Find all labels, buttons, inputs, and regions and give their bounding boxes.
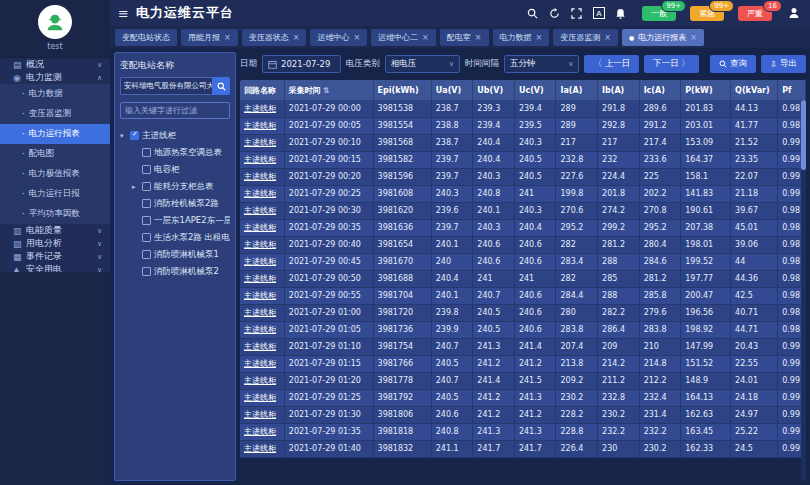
sidebar-subitem-1[interactable]: ·电力数据 <box>0 84 110 104</box>
tree-root-item[interactable]: ▾主进线柜 <box>120 127 230 144</box>
circuit-link[interactable]: 主进线柜 <box>240 372 284 389</box>
sidebar-item-1[interactable]: ▤概况∨ <box>0 58 110 71</box>
column-header-12[interactable]: Pf <box>778 80 806 100</box>
tree-item-checkbox[interactable] <box>142 233 151 242</box>
close-icon[interactable]: × <box>422 33 429 42</box>
tab-9[interactable]: ●电力运行报表× <box>622 29 704 46</box>
sidebar-item-4[interactable]: ▧用电分析∨ <box>0 237 110 250</box>
tree-item-checkbox[interactable] <box>142 267 151 276</box>
interval-select[interactable]: 五分钟 ∨ <box>504 55 579 73</box>
circuit-link[interactable]: 主进线柜 <box>240 151 284 168</box>
circuit-link[interactable]: 主进线柜 <box>240 117 284 134</box>
menu-toggle-icon[interactable]: ≡ <box>118 6 129 21</box>
close-icon[interactable]: × <box>353 33 360 42</box>
circuit-link[interactable]: 主进线柜 <box>240 236 284 253</box>
caret-down-icon[interactable]: ▾ <box>120 132 127 140</box>
query-button[interactable]: 查询 <box>710 55 756 73</box>
circuit-link[interactable]: 主进线柜 <box>240 423 284 440</box>
tab-2[interactable]: 用能月报× <box>181 29 238 46</box>
tab-8[interactable]: 变压器监测× <box>553 29 618 46</box>
refresh-icon[interactable] <box>548 7 561 20</box>
table-scrollbar[interactable] <box>801 100 806 481</box>
circuit-link[interactable]: 主进线柜 <box>240 168 284 185</box>
tree-item-4[interactable]: 消防栓机械泵2路 <box>120 195 230 212</box>
close-icon[interactable]: × <box>224 33 231 42</box>
user-avatar[interactable] <box>38 5 72 39</box>
font-size-icon[interactable]: A <box>592 7 605 20</box>
close-icon[interactable]: × <box>604 33 611 42</box>
close-icon[interactable]: × <box>475 33 482 42</box>
circuit-link[interactable]: 主进线柜 <box>240 389 284 406</box>
tree-item-7[interactable]: 消防喷淋机械泵1 <box>120 246 230 263</box>
circuit-link[interactable]: 主进线柜 <box>240 406 284 423</box>
tab-3[interactable]: 变压器状态× <box>242 29 307 46</box>
tree-item-checkbox[interactable] <box>142 148 151 157</box>
tree-item-checkbox[interactable] <box>142 182 151 191</box>
column-header-1[interactable]: 回路名称 <box>240 80 284 100</box>
alarm-badge-1[interactable]: 一般99+ <box>642 6 676 21</box>
tree-item-2[interactable]: 电容柜 <box>120 161 230 178</box>
close-icon[interactable]: × <box>536 33 543 42</box>
column-header-3[interactable]: Epi(kWh) <box>373 80 431 100</box>
tab-6[interactable]: 配电室× <box>440 29 489 46</box>
tree-filter-input[interactable] <box>120 102 230 119</box>
circuit-link[interactable]: 主进线柜 <box>240 304 284 321</box>
sidebar-subitem-3[interactable]: ·电力运行报表 <box>0 124 110 144</box>
circuit-link[interactable]: 主进线柜 <box>240 287 284 304</box>
circuit-link[interactable]: 主进线柜 <box>240 185 284 202</box>
search-icon[interactable] <box>526 7 539 20</box>
sidebar-item-6[interactable]: ▲安全用电∨ <box>0 263 110 272</box>
caret-right-icon[interactable]: ▸ <box>132 183 139 191</box>
circuit-link[interactable]: 主进线柜 <box>240 270 284 287</box>
column-header-10[interactable]: P(kW) <box>681 80 731 100</box>
tree-item-8[interactable]: 消防喷淋机械泵2 <box>120 263 230 280</box>
column-header-8[interactable]: Ib(A) <box>598 80 640 100</box>
close-icon[interactable]: × <box>293 33 300 42</box>
sidebar-item-5[interactable]: ▦事件记录∨ <box>0 250 110 263</box>
notice-icon[interactable] <box>614 7 627 20</box>
circuit-link[interactable]: 主进线柜 <box>240 100 284 117</box>
tab-7[interactable]: 电力数据× <box>493 29 550 46</box>
station-select[interactable]: 安科瑞电气股份有限公司大楼 <box>120 77 212 95</box>
circuit-link[interactable]: 主进线柜 <box>240 321 284 338</box>
column-header-9[interactable]: Ic(A) <box>639 80 681 100</box>
scrollbar-thumb[interactable] <box>801 100 806 170</box>
circuit-link[interactable]: 主进线柜 <box>240 202 284 219</box>
circuit-link[interactable]: 主进线柜 <box>240 219 284 236</box>
tree-item-checkbox[interactable] <box>142 216 151 225</box>
circuit-link[interactable]: 主进线柜 <box>240 134 284 151</box>
prev-day-button[interactable]: 〈 上一日 <box>584 55 639 73</box>
voltage-type-select[interactable]: 相电压 ∨ <box>385 55 460 73</box>
tab-1[interactable]: 变配电站状态 <box>115 29 177 46</box>
column-header-5[interactable]: Ub(V) <box>473 80 515 100</box>
sidebar-subitem-5[interactable]: ·电力极值报表 <box>0 164 110 184</box>
column-header-4[interactable]: Ua(V) <box>431 80 473 100</box>
sidebar-subitem-4[interactable]: ·配电图 <box>0 144 110 164</box>
tree-item-1[interactable]: 地源热泵空调总表 <box>120 144 230 161</box>
sidebar-item-3[interactable]: ▥电能质量∨ <box>0 224 110 237</box>
user-icon[interactable] <box>787 7 800 20</box>
column-header-2[interactable]: 采集时间⇅ <box>284 80 373 100</box>
alarm-badge-2[interactable]: 紧急99+ <box>690 6 724 21</box>
next-day-button[interactable]: 下一日 〉 <box>644 55 699 73</box>
tree-item-6[interactable]: 生活水泵2路 出租电房 <box>120 229 230 246</box>
export-button[interactable]: ⇩ 导出 <box>761 55 806 73</box>
tree-item-3[interactable]: ▸能耗分支柜总表 <box>120 178 230 195</box>
sidebar-subitem-7[interactable]: ·平均功率因数 <box>0 204 110 224</box>
circuit-link[interactable]: 主进线柜 <box>240 253 284 270</box>
tree-item-checkbox[interactable] <box>142 250 151 259</box>
alarm-badge-3[interactable]: 严重16 <box>738 6 772 21</box>
column-header-6[interactable]: Uc(V) <box>514 80 556 100</box>
sort-icon[interactable]: ⇅ <box>323 86 330 95</box>
circuit-link[interactable]: 主进线柜 <box>240 440 284 457</box>
sidebar-subitem-6[interactable]: ·电力运行日报 <box>0 184 110 204</box>
tree-item-5[interactable]: 一层东1APE2东—层东1APE1左 <box>120 212 230 229</box>
circuit-link[interactable]: 主进线柜 <box>240 355 284 372</box>
date-picker[interactable]: 2021-07-29 <box>262 55 341 73</box>
column-header-11[interactable]: Q(kVar) <box>731 80 778 100</box>
tree-item-checkbox[interactable] <box>142 199 151 208</box>
station-search-button[interactable] <box>212 77 230 95</box>
tab-5[interactable]: 运维中心二× <box>371 29 436 46</box>
column-header-7[interactable]: Ia(A) <box>556 80 598 100</box>
fullscreen-icon[interactable] <box>570 7 583 20</box>
